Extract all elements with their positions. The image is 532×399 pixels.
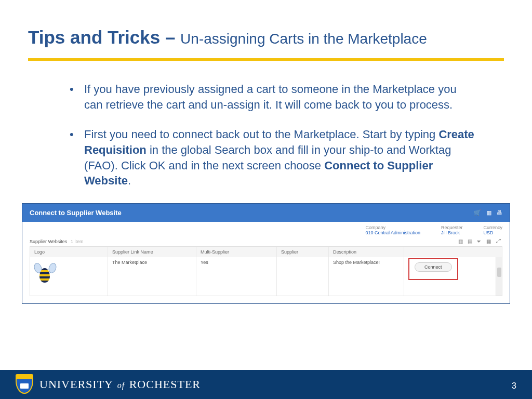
shot-header: Connect to Supplier Website 🛒 ▦ 🖶	[22, 204, 510, 222]
shield-icon	[16, 374, 33, 395]
embedded-screenshot: Connect to Supplier Website 🛒 ▦ 🖶 Compan…	[22, 203, 510, 304]
bee-logo-icon	[34, 260, 56, 287]
meta-company-label: Company	[365, 225, 420, 230]
meta-requester-value[interactable]: Jill Brock	[441, 230, 463, 235]
meta-currency: Currency USD	[483, 225, 502, 235]
table-row: The Marketplace Yes Shop the Marketplace…	[30, 257, 496, 296]
cell-desc: Shop the Marketplace!	[329, 257, 404, 296]
table-toolbar-icons[interactable]: ▥ ▤ ⏷ ▦ ⤢	[458, 238, 502, 244]
meta-company: Company 010 Central Administration	[365, 225, 420, 235]
supplier-table: Logo Supplier Link Name Multi-Supplier S…	[30, 246, 502, 296]
footer-logo: UNIVERSITY of ROCHESTER	[16, 374, 201, 395]
uni-a: UNIVERSITY	[39, 378, 113, 391]
grid-icon[interactable]: ▦	[486, 209, 491, 216]
shot-item-count: 1 item	[71, 239, 84, 244]
body-text: If you have previously assigned a cart t…	[0, 61, 532, 189]
footer-bar: UNIVERSITY of ROCHESTER 3	[0, 370, 532, 399]
meta-currency-label: Currency	[483, 225, 502, 230]
scrollbar-thumb[interactable]	[497, 268, 501, 277]
slide: Tips and Tricks – Un-assigning Carts in …	[0, 0, 532, 399]
connect-highlight-box: Connect	[408, 258, 458, 280]
th-multi: Multi-Supplier	[196, 247, 277, 257]
title-main: Tips and Tricks –	[28, 27, 180, 47]
cell-link: The Marketplace	[108, 257, 196, 296]
shot-header-icons: 🛒 ▦ 🖶	[474, 209, 502, 216]
shot-sublabel: Supplier Websites	[30, 239, 67, 244]
meta-requester-label: Requester	[441, 225, 463, 230]
cell-supplier	[277, 257, 329, 296]
university-name: UNIVERSITY of ROCHESTER	[39, 378, 201, 391]
meta-currency-value[interactable]: USD	[483, 230, 502, 235]
cell-multi: Yes	[196, 257, 277, 296]
table-header: Logo Supplier Link Name Multi-Supplier S…	[30, 247, 502, 257]
slide-title: Tips and Tricks – Un-assigning Carts in …	[0, 0, 532, 53]
print-icon[interactable]: 🖶	[497, 209, 502, 216]
shot-sublabel-row: Supplier Websites 1 item ▥ ▤ ⏷ ▦ ⤢	[22, 236, 510, 244]
bullet-1: If you have previously assigned a cart t…	[68, 82, 475, 112]
title-sub: Un-assigning Carts in the Marketplace	[180, 31, 427, 47]
table-scrollbar[interactable]	[496, 257, 502, 296]
th-logo: Logo	[30, 247, 108, 257]
bullet-2e: .	[128, 174, 131, 187]
th-action	[404, 247, 502, 257]
table-body: The Marketplace Yes Shop the Marketplace…	[30, 257, 502, 296]
cell-action: Connect	[404, 257, 496, 296]
meta-requester: Requester Jill Brock	[441, 225, 463, 235]
th-desc: Description	[329, 247, 404, 257]
th-supplier: Supplier	[277, 247, 329, 257]
uni-b: ROCHESTER	[129, 378, 201, 391]
bullet-1-text: If you have previously assigned a cart t…	[84, 83, 457, 111]
th-link: Supplier Link Name	[108, 247, 196, 257]
bullet-2a: First you need to connect back out to th…	[84, 128, 438, 141]
cell-logo	[30, 257, 108, 296]
connect-button[interactable]: Connect	[415, 262, 452, 272]
shot-header-title: Connect to Supplier Website	[30, 209, 122, 217]
bullet-2: First you need to connect back out to th…	[68, 127, 475, 189]
uni-of: of	[117, 381, 125, 390]
cart-icon[interactable]: 🛒	[474, 209, 481, 216]
shot-meta: Company 010 Central Administration Reque…	[22, 222, 510, 236]
meta-company-value[interactable]: 010 Central Administration	[365, 230, 420, 235]
page-number: 3	[512, 381, 516, 391]
